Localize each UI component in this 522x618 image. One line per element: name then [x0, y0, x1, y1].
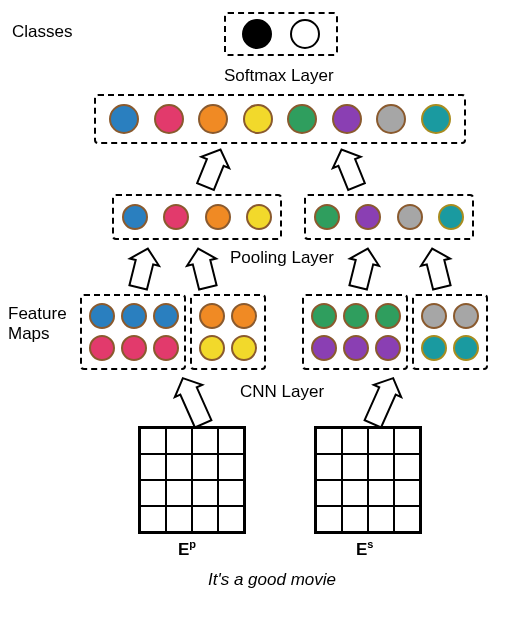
label-feature-maps: Feature Maps — [8, 304, 67, 344]
grid-cell — [316, 454, 342, 480]
node-circle — [89, 303, 115, 329]
node-circle — [199, 335, 225, 361]
grid-cell — [342, 454, 368, 480]
node-circle — [290, 19, 320, 49]
node-circle — [121, 303, 147, 329]
node-circle — [199, 303, 225, 329]
node-circle — [153, 303, 179, 329]
grid-cell — [394, 428, 420, 454]
pooling-box-left — [112, 194, 282, 240]
node-circle — [453, 303, 479, 329]
node-circle — [421, 335, 447, 361]
featuremap-box-4 — [412, 294, 488, 370]
grid-cell — [192, 506, 218, 532]
node-circle — [231, 335, 257, 361]
node-circle — [453, 335, 479, 361]
grid-cell — [394, 506, 420, 532]
node-circle — [242, 19, 272, 49]
node-circle — [121, 335, 147, 361]
node-circle — [109, 104, 139, 134]
input-grid-left — [138, 426, 246, 534]
label-classes: Classes — [12, 22, 72, 42]
arrow-fm4-to-pool — [418, 245, 457, 291]
grid-cell — [316, 480, 342, 506]
node-circle — [153, 335, 179, 361]
grid-cell — [140, 506, 166, 532]
node-circle — [376, 104, 406, 134]
grid-cell — [316, 506, 342, 532]
arrow-input-right-to-fm — [359, 372, 407, 430]
arrow-fm2-to-pool — [184, 245, 223, 291]
node-circle — [438, 204, 464, 230]
grid-cell — [394, 454, 420, 480]
node-circle — [375, 335, 401, 361]
grid-cell — [394, 480, 420, 506]
arrow-input-left-to-fm — [169, 372, 217, 430]
arrow-fm1-to-pool — [124, 245, 163, 291]
node-circle — [287, 104, 317, 134]
grid-cell — [192, 454, 218, 480]
grid-cell — [368, 454, 394, 480]
node-circle — [122, 204, 148, 230]
arrow-pool-left-to-softmax — [192, 144, 235, 192]
grid-cell — [166, 428, 192, 454]
grid-cell — [342, 428, 368, 454]
node-circle — [311, 335, 337, 361]
grid-cell — [218, 506, 244, 532]
featuremap-box-1 — [80, 294, 186, 370]
label-softmax: Softmax Layer — [224, 66, 334, 86]
grid-cell — [218, 454, 244, 480]
grid-cell — [166, 480, 192, 506]
grid-cell — [218, 480, 244, 506]
node-circle — [243, 104, 273, 134]
node-circle — [246, 204, 272, 230]
label-input-right: Es — [356, 538, 373, 560]
node-circle — [198, 104, 228, 134]
softmax-box — [94, 94, 466, 144]
caption: It's a good movie — [208, 570, 336, 590]
node-circle — [421, 303, 447, 329]
classes-box — [224, 12, 338, 56]
label-pooling: Pooling Layer — [230, 248, 334, 268]
grid-cell — [140, 428, 166, 454]
featuremap-box-2 — [190, 294, 266, 370]
node-circle — [375, 303, 401, 329]
node-circle — [332, 104, 362, 134]
grid-cell — [342, 480, 368, 506]
node-circle — [205, 204, 231, 230]
node-circle — [314, 204, 340, 230]
grid-cell — [368, 480, 394, 506]
node-circle — [343, 335, 369, 361]
node-circle — [311, 303, 337, 329]
node-circle — [154, 104, 184, 134]
grid-cell — [140, 454, 166, 480]
grid-cell — [342, 506, 368, 532]
grid-cell — [316, 428, 342, 454]
grid-cell — [166, 506, 192, 532]
node-circle — [397, 204, 423, 230]
node-circle — [421, 104, 451, 134]
input-grid-right — [314, 426, 422, 534]
node-circle — [163, 204, 189, 230]
diagram-stage: Classes Softmax Layer Pooling Layer Feat… — [8, 8, 514, 610]
pooling-box-right — [304, 194, 474, 240]
grid-cell — [218, 428, 244, 454]
label-cnn: CNN Layer — [240, 382, 324, 402]
grid-cell — [368, 428, 394, 454]
grid-cell — [192, 428, 218, 454]
node-circle — [89, 335, 115, 361]
node-circle — [231, 303, 257, 329]
grid-cell — [166, 454, 192, 480]
featuremap-box-3 — [302, 294, 408, 370]
arrow-fm3-to-pool — [344, 245, 383, 291]
arrow-pool-right-to-softmax — [328, 144, 371, 192]
node-circle — [355, 204, 381, 230]
grid-cell — [192, 480, 218, 506]
grid-cell — [140, 480, 166, 506]
label-input-left: Ep — [178, 538, 196, 560]
grid-cell — [368, 506, 394, 532]
node-circle — [343, 303, 369, 329]
